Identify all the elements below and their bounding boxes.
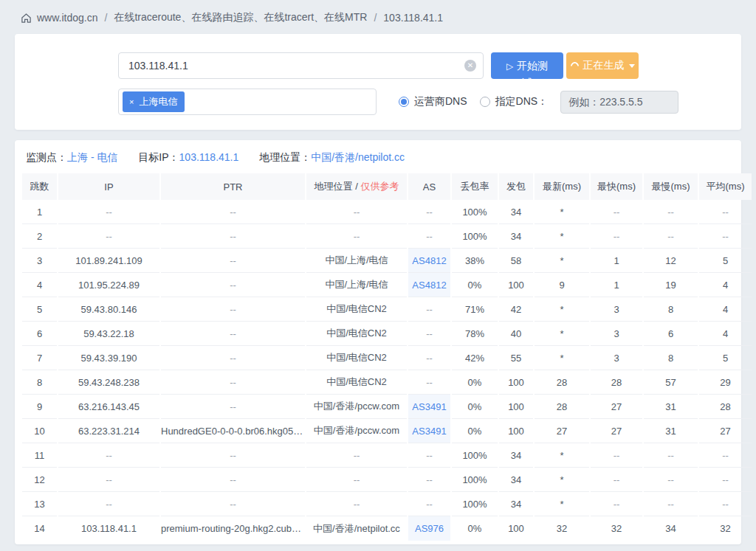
dns-options: 运营商DNS 指定DNS： [399, 89, 678, 115]
last-cell: 9 [535, 273, 589, 297]
avg-cell: -- [699, 492, 752, 516]
table-row: 4101.95.224.89--中国/上海/电信AS48120%10091194 [22, 273, 752, 297]
hop-cell: 1 [22, 200, 57, 224]
breadcrumb-site-link[interactable]: www.itdog.cn [37, 12, 97, 24]
header-avg: 平均(ms) [699, 173, 752, 200]
best-cell: 1 [591, 249, 642, 273]
target-ip-value[interactable]: 103.118.41.1 [179, 151, 239, 163]
ip-cell: 101.95.224.89 [58, 273, 159, 297]
last-cell: * [535, 224, 589, 249]
ptr-cell: -- [161, 297, 305, 322]
best-cell: -- [591, 468, 642, 492]
ptr-cell: -- [161, 492, 305, 516]
result-panel: 监测点：上海 - 电信 目标IP：103.118.41.1 地理位置：中国/香港… [15, 140, 741, 544]
header-best: 最快(ms) [591, 173, 642, 200]
as-cell: -- [408, 492, 450, 516]
loss-cell: 100% [452, 492, 498, 516]
worst-cell: 57 [644, 370, 698, 395]
as-cell[interactable]: AS3491 [408, 395, 450, 419]
last-cell: * [535, 200, 589, 224]
table-row: 14103.118.41.1premium-routing-20g.hkg2.c… [22, 516, 752, 541]
start-test-button[interactable]: ▷开始测试 [491, 52, 563, 79]
sent-cell: 34 [499, 443, 533, 468]
remove-tag-icon[interactable]: × [129, 97, 134, 106]
target-ip-input[interactable] [118, 52, 484, 79]
loss-cell: 0% [452, 370, 498, 395]
avg-cell: -- [699, 468, 752, 492]
ptr-cell: -- [161, 370, 305, 395]
sent-cell: 55 [499, 346, 533, 370]
header-as: AS [408, 173, 450, 200]
loss-cell: 100% [452, 200, 498, 224]
header-hop: 跳数 [22, 173, 57, 200]
custom-dns-label[interactable]: 指定DNS： [495, 95, 549, 108]
avg-cell: 32 [699, 516, 752, 541]
ptr-cell: -- [161, 200, 305, 224]
node-select-input[interactable]: × 上海电信 [118, 89, 377, 115]
generating-label: 正在生成 [583, 59, 625, 72]
carrier-dns-radio[interactable] [399, 97, 409, 107]
as-cell[interactable]: AS4812 [408, 249, 450, 273]
breadcrumb: www.itdog.cn / 在线traceroute、在线路由追踪、在线tra… [0, 0, 756, 34]
monitor-point-value[interactable]: 上海 - 电信 [67, 151, 117, 163]
best-cell: 27 [591, 419, 642, 443]
sent-cell: 100 [499, 516, 533, 541]
table-header-row: 跳数 IP PTR 地理位置 / 仅供参考 AS 丢包率 发包 最新(ms) 最… [22, 173, 752, 200]
avg-cell: -- [699, 224, 752, 249]
carrier-dns-label[interactable]: 运营商DNS [414, 95, 467, 108]
custom-dns-input[interactable] [560, 91, 678, 114]
as-cell[interactable]: AS976 [408, 516, 450, 541]
ip-cell: 103.118.41.1 [58, 516, 159, 541]
monitor-point: 监测点：上海 - 电信 [26, 151, 117, 163]
loss-cell: 0% [452, 419, 498, 443]
geo-cell: 中国/电信CN2 [306, 370, 407, 395]
header-ptr: PTR [161, 173, 305, 200]
best-cell: 27 [591, 395, 642, 419]
loading-spinner-icon [568, 60, 580, 72]
geo-cell: -- [306, 492, 407, 516]
result-info-bar: 监测点：上海 - 电信 目标IP：103.118.41.1 地理位置：中国/香港… [21, 140, 735, 173]
geo-location-label: 地理位置： [259, 151, 311, 163]
page: { "colors": { "accent": "#4a87e8", "warn… [0, 0, 756, 551]
header-worst: 最慢(ms) [644, 173, 698, 200]
start-test-label-line2: 试 [522, 77, 532, 79]
breadcrumb-section-link[interactable]: 在线traceroute、在线路由追踪、在线tracert、在线MTR [114, 11, 367, 24]
geo-location-value[interactable]: 中国/香港/netpilot.cc [311, 151, 405, 163]
header-geo-main: 地理位置 / [315, 181, 361, 192]
last-cell: * [535, 443, 589, 468]
generating-button[interactable]: 正在生成 [566, 52, 639, 79]
sent-cell: 34 [499, 492, 533, 516]
chevron-down-icon [629, 64, 635, 68]
as-cell[interactable]: AS3491 [408, 419, 450, 443]
avg-cell: 5 [699, 346, 752, 370]
worst-cell: 8 [644, 297, 698, 322]
geo-location: 地理位置：中国/香港/netpilot.cc [259, 151, 405, 163]
mtr-table-body: 1--------100%34*------2--------100%34*--… [22, 200, 752, 541]
best-cell: -- [591, 200, 642, 224]
avg-cell: 28 [699, 395, 752, 419]
sent-cell: 58 [499, 249, 533, 273]
sent-cell: 100 [499, 419, 533, 443]
avg-cell: 4 [699, 297, 752, 322]
ip-cell: -- [58, 200, 159, 224]
best-cell: 1 [591, 273, 642, 297]
geo-cell: -- [306, 224, 407, 249]
geo-cell: 中国/香港/pccw.com [306, 419, 407, 443]
best-cell: -- [591, 224, 642, 249]
ip-cell: 59.43.248.238 [58, 370, 159, 395]
worst-cell: 12 [644, 249, 698, 273]
hop-cell: 2 [22, 224, 57, 249]
loss-cell: 78% [452, 322, 498, 346]
custom-dns-radio[interactable] [480, 97, 490, 107]
hop-cell: 12 [22, 468, 57, 492]
clear-input-icon[interactable]: ✕ [464, 60, 476, 72]
ip-cell: 63.216.143.45 [58, 395, 159, 419]
hop-cell: 11 [22, 443, 57, 468]
hop-cell: 4 [22, 273, 57, 297]
geo-cell: -- [306, 200, 407, 224]
avg-cell: 27 [699, 419, 752, 443]
target-ip: 目标IP：103.118.41.1 [138, 151, 238, 163]
as-cell[interactable]: AS4812 [408, 273, 450, 297]
geo-cell: 中国/上海/电信 [306, 273, 407, 297]
sent-cell: 40 [499, 322, 533, 346]
